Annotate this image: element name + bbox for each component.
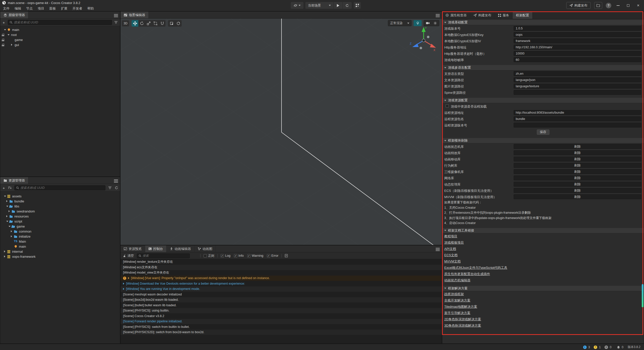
- tree-row[interactable]: gui: [0, 42, 120, 47]
- panel-menu-icon[interactable]: [114, 13, 118, 17]
- strip-module-button[interactable]: 剔除: [514, 194, 641, 199]
- field-input[interactable]: [514, 32, 641, 37]
- log-row[interactable]: [Window] You are running Vue in developm…: [120, 286, 442, 292]
- remote-load-checkbox[interactable]: [446, 104, 449, 108]
- render-mode-select[interactable]: 正常渲染: [388, 20, 412, 26]
- lock-icon[interactable]: [2, 34, 4, 36]
- log-filter-checkbox[interactable]: Info: [234, 254, 244, 257]
- expand-chevron-icon[interactable]: [10, 244, 14, 249]
- strip-module-button[interactable]: 剔除: [514, 188, 641, 193]
- orientation-gizmo[interactable]: X Y Z: [407, 25, 440, 55]
- tab-scene-editor[interactable]: 场景编辑器: [120, 12, 149, 18]
- expand-arrow-icon[interactable]: [128, 277, 129, 279]
- expand-chevron-icon[interactable]: [6, 199, 9, 204]
- assets-search-input[interactable]: [20, 186, 104, 190]
- expand-chevron-icon[interactable]: [8, 209, 11, 214]
- hierarchy-search[interactable]: [8, 20, 112, 25]
- tree-row[interactable]: main: [0, 244, 120, 249]
- tree-row[interactable]: assets: [0, 194, 120, 199]
- expand-chevron-icon[interactable]: [3, 249, 7, 254]
- strip-module-button[interactable]: 剔除: [514, 144, 641, 149]
- tree-row[interactable]: main: [0, 27, 120, 32]
- expand-chevron-icon[interactable]: [6, 219, 9, 224]
- log-row[interactable]: [Scene] Forward render pipeline initiali…: [120, 319, 442, 324]
- section-header-language-config[interactable]: 游戏多语言配置: [442, 65, 644, 70]
- open-project-folder-button[interactable]: [594, 2, 602, 9]
- log-filter-checkbox[interactable]: Error: [267, 254, 278, 257]
- expand-chevron-icon[interactable]: [3, 27, 7, 32]
- solution-link[interactable]: 新手引导解决方案: [444, 311, 470, 315]
- field-input[interactable]: [514, 26, 641, 31]
- strip-module-button[interactable]: 剔除: [514, 157, 641, 161]
- warning-count-icon[interactable]: !: [594, 345, 597, 349]
- pivot-toggle-button[interactable]: [168, 20, 175, 27]
- scene-viewport[interactable]: 3D: [120, 19, 442, 245]
- doc-link[interactable]: 动画状态机编辑器: [444, 278, 470, 283]
- rect-tool-button[interactable]: [152, 20, 159, 27]
- log-row[interactable]: [Window] [Vue warn]: Property "onInput" …: [120, 276, 442, 281]
- log-row[interactable]: [Window] render_texture文件夹存在: [120, 259, 442, 265]
- doc-link[interactable]: 教程项目: [444, 234, 457, 239]
- tree-row[interactable]: Main: [0, 239, 120, 244]
- solution-link[interactable]: 2D角色扮演游戏解决方案: [444, 317, 481, 322]
- info-count[interactable]: 3: [588, 345, 590, 349]
- expand-arrow-icon[interactable]: [123, 288, 124, 290]
- tree-row[interactable]: oops-framework: [0, 254, 120, 259]
- camera-settings-button[interactable]: [424, 20, 431, 26]
- tree-row[interactable]: script: [0, 219, 120, 224]
- expand-chevron-icon[interactable]: [8, 224, 11, 229]
- field-input[interactable]: [514, 45, 641, 50]
- doc-link[interactable]: 原生包热更新配置自动生成插件: [444, 272, 490, 276]
- section-header-basic-config[interactable]: 游戏基础配置: [442, 20, 644, 25]
- solution-link[interactable]: 战棋游戏框架: [444, 292, 464, 296]
- field-input[interactable]: [514, 110, 641, 115]
- tree-row[interactable]: game: [0, 224, 120, 229]
- log-row[interactable]: [Scene] [PHYSICS2D]: switch from box2d-w…: [120, 330, 442, 335]
- solution-link[interactable]: 全栈开发解决方案: [444, 298, 470, 303]
- doc-link[interactable]: MVVM文档: [444, 259, 461, 264]
- strip-module-button[interactable]: 剔除: [514, 169, 641, 174]
- solution-link[interactable]: 3D角色扮演游戏解决方案: [444, 323, 481, 328]
- warning-count[interactable]: 1: [599, 345, 601, 349]
- expand-chevron-icon[interactable]: [3, 194, 7, 199]
- field-input[interactable]: [514, 90, 641, 95]
- tab-animation-editor[interactable]: 动画编辑器: [167, 245, 194, 252]
- field-input[interactable]: [514, 51, 641, 56]
- rotate-tool-button[interactable]: [138, 20, 145, 27]
- section-header-solutions[interactable]: 框架解决方案: [442, 286, 644, 291]
- add-asset-button[interactable]: +: [1, 185, 6, 190]
- tree-row[interactable]: bundle: [0, 199, 120, 204]
- field-input[interactable]: [514, 71, 641, 76]
- log-row[interactable]: [Window] ecs文件夹存在: [120, 265, 442, 270]
- save-button[interactable]: 保存: [537, 129, 549, 135]
- notification-count[interactable]: 0: [622, 345, 624, 349]
- expand-chevron-icon[interactable]: [6, 214, 9, 219]
- log-row[interactable]: [Window] Download the Vue Devtools exten…: [120, 281, 442, 286]
- section-header-module-strip[interactable]: 框架模块剔除: [442, 138, 644, 143]
- field-input[interactable]: [514, 84, 641, 89]
- build-publish-button[interactable]: 构建发布: [566, 2, 591, 9]
- tab-animation-graph[interactable]: 动画图: [194, 245, 216, 252]
- assets-search[interactable]: [14, 185, 105, 190]
- menu-item[interactable]: 扩展: [58, 6, 70, 11]
- menu-item[interactable]: 开发者: [70, 6, 85, 11]
- tree-row[interactable]: initialize: [0, 234, 120, 239]
- refresh-icon[interactable]: [114, 185, 119, 190]
- expand-chevron-icon[interactable]: [6, 204, 9, 209]
- tab-assets[interactable]: 资源管理器: [0, 177, 28, 184]
- gear-icon[interactable]: [431, 20, 439, 26]
- solution-link[interactable]: Tiledmap地图解决方案: [444, 304, 477, 309]
- hierarchy-search-input[interactable]: [14, 21, 110, 24]
- sort-icon[interactable]: [7, 185, 12, 190]
- tab-service[interactable]: 服务: [495, 12, 513, 19]
- field-input[interactable]: [514, 77, 641, 82]
- tree-row[interactable]: game: [0, 37, 120, 42]
- filter-icon[interactable]: [113, 20, 118, 25]
- scrollbar-thumb[interactable]: [642, 284, 643, 307]
- log-row[interactable]: [Window] model_view文件夹存在: [120, 270, 442, 276]
- tab-inspector[interactable]: 属性检查器: [442, 12, 470, 19]
- lock-icon[interactable]: [2, 39, 4, 41]
- log-row[interactable]: [Scene] [box2d]:box2d wasm lib loaded.: [120, 297, 442, 303]
- menu-item[interactable]: 文件: [1, 6, 12, 11]
- doc-link[interactable]: 游戏模板项目: [444, 240, 464, 245]
